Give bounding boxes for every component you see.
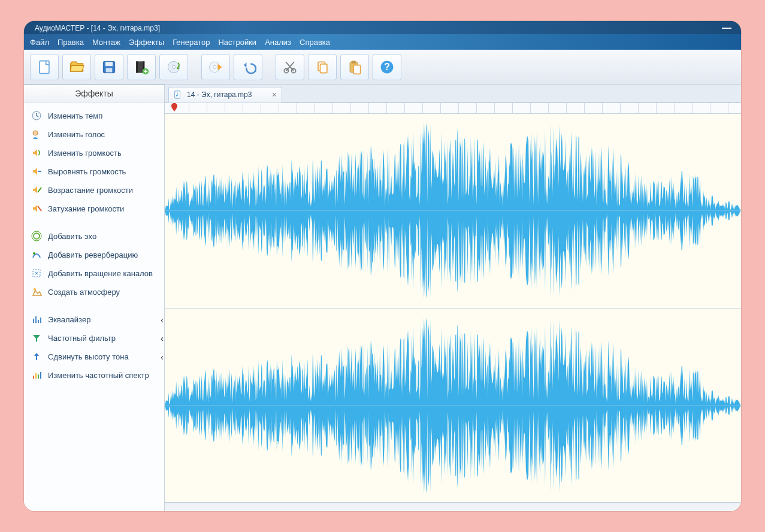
effect-item-equalizer[interactable]: Эквалайзер	[28, 311, 161, 328]
vol-fadeout-icon	[31, 203, 42, 214]
svg-rect-31	[38, 320, 39, 323]
effect-item-label: Добавить эхо	[48, 232, 96, 241]
window-minimize-button[interactable]: —	[718, 23, 735, 34]
workspace: Эффекты Изменить темпИзменить голосИзмен…	[24, 84, 741, 511]
funnel-icon	[31, 332, 42, 343]
playhead-marker[interactable]	[171, 103, 178, 111]
effect-item-vol-change[interactable]: Изменить громкость	[28, 144, 161, 161]
extract-audio-button[interactable]	[201, 54, 230, 80]
vol-normalize-icon	[31, 166, 42, 177]
menu-analysis[interactable]: Анализ	[265, 38, 291, 47]
waveform-channel-left[interactable]	[165, 114, 741, 309]
svg-rect-35	[38, 374, 39, 379]
svg-rect-36	[40, 372, 41, 379]
document-tab[interactable]: 14 - Эх, гитара.mp3 ×	[168, 87, 282, 102]
help-button[interactable]: ?	[373, 54, 401, 80]
equalizer-icon	[31, 314, 42, 325]
svg-rect-2	[105, 62, 113, 66]
effect-item-label: Эквалайзер	[48, 315, 90, 324]
effect-item-label: Создать атмосферу	[48, 288, 120, 297]
disc-arrow-icon	[207, 59, 224, 75]
svg-rect-16	[320, 64, 327, 72]
toolbar: ?	[24, 50, 741, 84]
burn-disc-button[interactable]	[159, 54, 188, 80]
effect-item-reverb[interactable]: Добавить реверберацию	[28, 246, 161, 263]
menu-file[interactable]: Файл	[30, 38, 49, 47]
scissors-icon	[282, 59, 298, 75]
svg-point-23	[33, 131, 38, 135]
effect-item-vol-normalize[interactable]: Выровнять громкость	[28, 163, 161, 180]
effect-item-voice[interactable]: Изменить голос	[28, 126, 161, 143]
vol-change-icon	[31, 147, 42, 158]
horizontal-scrollbar[interactable]	[165, 503, 741, 511]
help-icon: ?	[379, 59, 395, 75]
svg-rect-34	[35, 373, 37, 379]
file-new-icon	[36, 59, 53, 75]
svg-rect-29	[33, 319, 34, 323]
open-file-button[interactable]	[62, 54, 91, 80]
effect-item-echo[interactable]: Добавить эхо	[28, 228, 161, 244]
svg-point-24	[34, 233, 40, 239]
waveform-channel-right[interactable]	[165, 309, 741, 503]
import-video-button[interactable]	[127, 54, 156, 80]
menu-help[interactable]: Справка	[300, 38, 330, 47]
svg-point-10	[177, 67, 179, 69]
svg-rect-3	[106, 68, 113, 72]
sidebar-title: Эффекты	[24, 84, 164, 102]
effect-item-label: Изменить громкость	[48, 149, 122, 158]
new-file-button[interactable]	[30, 54, 59, 80]
effect-item-rotate-channels[interactable]: Добавить вращение каналов	[28, 265, 161, 282]
svg-point-28	[34, 288, 36, 291]
svg-point-12	[213, 65, 216, 68]
echo-icon	[31, 231, 42, 241]
effect-item-label: Добавить вращение каналов	[48, 269, 153, 278]
pitch-icon	[31, 351, 42, 362]
menubar: Файл Правка Монтаж Эффекты Генератор Нас…	[24, 34, 741, 50]
clock-icon	[31, 110, 42, 121]
effects-sidebar: Эффекты Изменить темпИзменить голосИзмен…	[24, 84, 165, 511]
svg-text:?: ?	[384, 62, 390, 72]
undo-icon	[240, 59, 256, 75]
menu-effects[interactable]: Эффекты	[129, 38, 164, 47]
effect-item-label: Частотный фильтр	[48, 334, 116, 343]
atmosphere-icon	[31, 286, 42, 297]
document-tab-label: 14 - Эх, гитара.mp3	[187, 90, 252, 99]
effect-item-label: Добавить реверберацию	[48, 250, 138, 259]
effect-item-vol-fadein[interactable]: Возрастание громкости	[28, 182, 161, 198]
cut-button[interactable]	[276, 54, 304, 80]
svg-rect-33	[33, 376, 34, 379]
effect-item-vol-fadeout[interactable]: Затухание громкости	[28, 200, 161, 217]
waveform-area	[165, 102, 741, 511]
rotate-channels-icon	[31, 268, 42, 279]
menu-settings[interactable]: Настройки	[218, 38, 256, 47]
menu-montage[interactable]: Монтаж	[92, 38, 120, 47]
svg-rect-5	[136, 61, 138, 72]
effect-item-pitch[interactable]: Сдвинуть высоту тона	[28, 348, 161, 365]
voice-icon	[31, 129, 42, 140]
effect-item-funnel[interactable]: Частотный фильтр	[28, 330, 161, 346]
effect-item-label: Изменить темп	[48, 111, 102, 120]
effect-item-atmosphere[interactable]: Создать атмосферу	[28, 283, 161, 300]
svg-rect-32	[40, 318, 41, 323]
svg-point-9	[172, 65, 175, 68]
menu-generator[interactable]: Генератор	[173, 38, 210, 47]
film-add-icon	[133, 59, 150, 75]
svg-rect-19	[353, 65, 360, 74]
file-save-icon	[101, 59, 117, 75]
menu-edit[interactable]: Правка	[58, 38, 84, 47]
effect-item-label: Изменить частотный спектр	[48, 371, 149, 380]
save-file-button[interactable]	[95, 54, 123, 80]
undo-button[interactable]	[234, 54, 262, 80]
effect-item-label: Возрастание громкости	[48, 186, 133, 195]
reverb-icon	[31, 249, 42, 260]
svg-point-26	[33, 252, 35, 255]
copy-button[interactable]	[308, 54, 337, 80]
window-title: АудиоМАСТЕР - [14 - Эх, гитара.mp3]	[35, 24, 160, 32]
effect-item-spectrum[interactable]: Изменить частотный спектр	[28, 367, 161, 383]
effect-item-clock[interactable]: Изменить темп	[28, 107, 161, 124]
paste-button[interactable]	[340, 54, 369, 80]
svg-rect-0	[40, 61, 49, 73]
tab-close-button[interactable]: ×	[272, 90, 277, 99]
effect-item-label: Сдвинуть высоту тона	[48, 352, 129, 361]
timeline-ruler[interactable]	[165, 103, 741, 114]
